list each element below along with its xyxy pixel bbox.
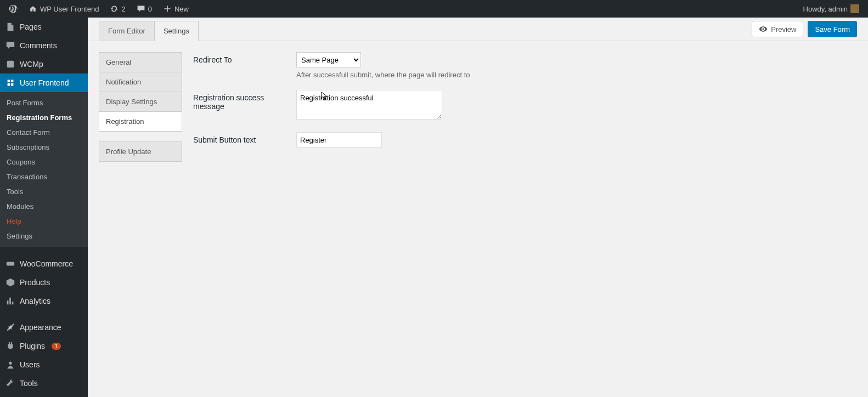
home-icon [29,4,37,13]
main-tabs: Form Editor Settings [99,21,199,41]
wp-logo[interactable] [4,0,22,18]
page-icon [5,22,15,32]
redirect-to-desc: After successfull submit, where the page… [296,71,470,79]
sidebar-item-woocommerce[interactable]: WooCommerce [0,254,88,273]
tab-settings[interactable]: Settings [155,21,199,41]
settings-sub-tabs: GeneralNotificationDisplay SettingsRegis… [99,52,182,162]
submenu-item-uf-tools[interactable]: Tools [0,184,88,199]
wcmp-icon [5,59,15,69]
sidebar-item-user-frontend[interactable]: User Frontend [0,73,88,92]
sidebar-item-label: Plugins [20,342,45,350]
settings-tab-registration[interactable]: Registration [99,112,182,132]
submenu-item-modules[interactable]: Modules [0,199,88,214]
sidebar-item-tools[interactable]: Tools [0,374,88,393]
updates-count: 2 [121,5,125,13]
sidebar-item-label: Pages [20,22,42,31]
sidebar-item-settings[interactable]: Settings [0,393,88,397]
tab-form-editor[interactable]: Form Editor [99,21,155,41]
analytics-icon [5,296,15,306]
success-message-textarea[interactable] [296,90,442,120]
new-label: New [174,5,189,13]
submenu-item-subscriptions[interactable]: Subscriptions [0,140,88,155]
sidebar-item-label: Appearance [20,323,61,332]
sidebar-item-comments[interactable]: Comments [0,36,88,55]
svg-rect-0 [7,61,14,68]
submenu-item-uf-settings[interactable]: Settings [0,229,88,243]
comment-icon [5,41,15,50]
plugins-icon [5,341,15,351]
refresh-icon [110,4,119,13]
plus-icon [163,4,172,13]
comment-icon [137,4,145,13]
preview-button[interactable]: Preview [752,21,803,37]
products-icon [5,277,15,287]
content-area: Form Editor Settings Preview Save Form G… [88,18,868,397]
field-success-message: Registration success message [193,90,857,121]
site-name-link[interactable]: WP User Frontend [24,0,103,18]
success-message-label: Registration success message [193,90,296,111]
sidebar-item-label: WooCommerce [20,259,73,268]
tools-icon [5,378,15,388]
badge: 1 [52,343,61,350]
eye-icon [759,25,768,33]
uf-icon [5,78,15,88]
tabs-row: Form Editor Settings Preview Save Form [88,18,868,41]
sidebar-item-users[interactable]: Users [0,355,88,374]
sidebar-item-label: Users [20,360,40,369]
howdy-text: Howdy, admin [803,5,848,13]
wordpress-icon [9,4,18,13]
sidebar-item-label: Products [20,278,50,287]
sidebar-item-label: User Frontend [20,78,69,87]
sidebar-item-products[interactable]: Products [0,273,88,292]
users-icon [5,360,15,370]
avatar [850,4,859,13]
redirect-to-select[interactable]: Same Page [296,52,361,67]
submit-text-input[interactable] [296,132,382,148]
sidebar-item-pages[interactable]: Pages [0,18,88,36]
my-account-link[interactable]: Howdy, admin [799,0,864,18]
new-link[interactable]: New [159,0,193,18]
submenu-item-transactions[interactable]: Transactions [0,169,88,184]
field-redirect-to: Redirect To Same Page After successfull … [193,52,857,79]
settings-tab-profile-update[interactable]: Profile Update [99,141,182,162]
sidebar-item-label: Analytics [20,297,50,305]
svg-rect-1 [7,262,14,265]
save-button[interactable]: Save Form [808,21,857,37]
settings-tab-general[interactable]: General [99,52,182,72]
sidebar-item-label: Comments [20,41,57,50]
settings-wrap: GeneralNotificationDisplay SettingsRegis… [88,41,868,173]
appearance-icon [5,322,15,332]
sidebar-item-label: Tools [20,379,38,388]
sidebar-item-analytics[interactable]: Analytics [0,292,88,310]
comments-link[interactable]: 0 [132,0,156,18]
updates-link[interactable]: 2 [105,0,129,18]
redirect-to-label: Redirect To [193,52,296,64]
submenu-item-coupons[interactable]: Coupons [0,155,88,169]
submenu-user-frontend: Post FormsRegistration FormsContact Form… [0,92,88,247]
sidebar-item-plugins[interactable]: Plugins1 [0,337,88,355]
field-submit-text: Submit Button text [193,132,857,148]
settings-tab-notification[interactable]: Notification [99,72,182,92]
admin-sidebar: PagesCommentsWCMpUser FrontendPost Forms… [0,18,88,397]
submenu-item-post-forms[interactable]: Post Forms [0,95,88,110]
sidebar-item-label: WCMp [20,60,43,69]
submenu-item-registration-forms[interactable]: Registration Forms [0,110,88,125]
submit-text-label: Submit Button text [193,132,296,144]
svg-point-2 [9,362,12,365]
submenu-item-help[interactable]: Help [0,214,88,229]
comments-count: 0 [148,5,152,13]
settings-tab-display[interactable]: Display Settings [99,92,182,112]
preview-label: Preview [771,25,796,33]
settings-body: Redirect To Same Page After successfull … [193,52,857,162]
sidebar-item-appearance[interactable]: Appearance [0,318,88,337]
submenu-item-contact-form[interactable]: Contact Form [0,125,88,140]
form-actions: Preview Save Form [752,21,857,41]
sidebar-item-wcmp[interactable]: WCMp [0,55,88,73]
woo-icon [5,259,15,269]
admin-bar: WP User Frontend 2 0 New Howdy, admin [0,0,868,18]
site-name-label: WP User Frontend [40,5,99,13]
